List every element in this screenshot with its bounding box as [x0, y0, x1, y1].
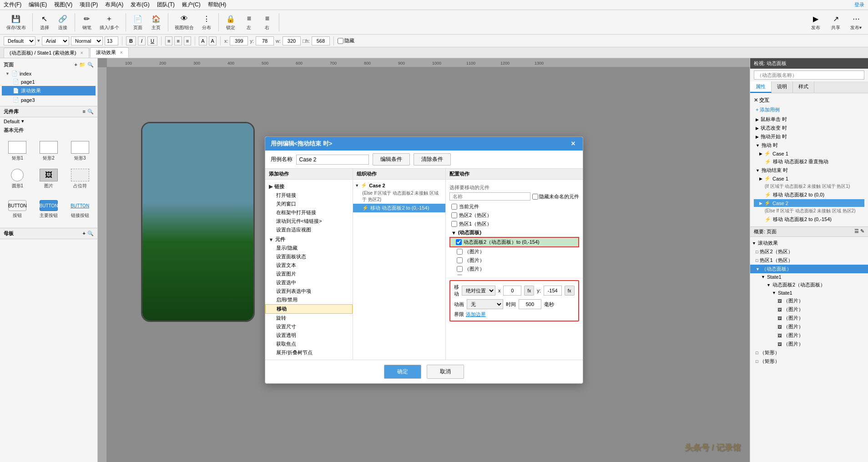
toolbar-select[interactable]: ↖ 选择 [36, 12, 53, 32]
lib-image[interactable]: 🖼 图片 [35, 167, 63, 191]
fx-y-button[interactable]: fx [565, 286, 575, 296]
mother-search-icon[interactable]: 🔍 [87, 231, 94, 236]
action-show-hide[interactable]: 显示/隐藏 [265, 244, 353, 252]
right-tab-style[interactable]: 样式 [793, 81, 814, 93]
event-drag-end[interactable]: ▼ 拖动结束 时 [754, 166, 864, 175]
add-page-icon[interactable]: + [75, 62, 77, 68]
tab-scroll[interactable]: 滚动效果 × [90, 47, 129, 58]
toolbar-save[interactable]: 💾 保存/发布 [4, 12, 29, 32]
toolbar-publish-btn[interactable]: ▶ 发布 [807, 12, 824, 32]
toolbar-connect[interactable]: 🔗 连接 [55, 12, 71, 32]
h-input[interactable] [312, 36, 330, 45]
position-type-select[interactable]: 绝对位置 [462, 286, 495, 296]
font-size-input[interactable] [105, 36, 118, 45]
menu-edit[interactable]: 编辑(E) [29, 1, 47, 9]
scroll-effect-root[interactable]: ▼ 滚动效果 [750, 239, 868, 247]
style-select[interactable]: Normal [71, 36, 103, 45]
action-expand-tree[interactable]: 展开/折叠树节点 [265, 348, 353, 357]
action-move[interactable]: 移动 [265, 304, 353, 314]
img2-checkbox[interactable] [457, 257, 463, 263]
move-action-item[interactable]: ⚡ 移动 动态面板2 to (0,-154) [353, 204, 445, 212]
dp2-checkbox[interactable] [456, 239, 462, 245]
x-move-input[interactable] [503, 286, 521, 296]
action-open-link[interactable]: 打开链接 [265, 191, 353, 200]
tree-img2[interactable]: 🖼 （图片） [750, 305, 868, 314]
tab-state1[interactable]: (动态面板) / State1 (索动效果) × [4, 48, 89, 58]
right-tab-property[interactable]: 属性 [750, 81, 772, 93]
lib-search-icon[interactable]: 🔍 [87, 109, 94, 115]
menu-team[interactable]: 团队(T) [157, 1, 175, 9]
event-drag-start[interactable]: ▶ 拖动开始 时 [754, 132, 864, 141]
drag-end-case2-move[interactable]: ⚡ 移动 动态面板2 to (0,-154) [754, 215, 864, 224]
lib-rect1[interactable]: 矩形1 [4, 139, 31, 163]
hidden-checkbox[interactable] [338, 36, 343, 45]
action-set-opacity[interactable]: 设置透明 [265, 331, 353, 340]
toolbar-page[interactable]: 📄 页面 [130, 12, 146, 32]
overview-icons[interactable]: ☰ ✎ [854, 228, 864, 235]
drag-case1[interactable]: ▶ ⚡ Case 1 [754, 150, 864, 157]
action-set-list[interactable]: 设置列表选中项 [265, 287, 353, 296]
toolbar-home[interactable]: 🏠 主页 [148, 12, 164, 32]
tree-img1[interactable]: 🖼 （图片） [750, 296, 868, 305]
menu-account[interactable]: 账户(C) [182, 1, 201, 9]
action-set-selected[interactable]: 设置选中 [265, 278, 353, 287]
edit-condition-button[interactable]: 编辑条件 [373, 153, 410, 166]
tree-img3[interactable]: 🖼 （图片） [750, 314, 868, 322]
zone1-checkbox[interactable] [451, 221, 457, 227]
toolbar-lock[interactable]: 🔒 锁定 [222, 12, 239, 32]
add-boundary-link[interactable]: 添加边界 [466, 311, 486, 318]
hot2-item[interactable]: □ 热区2（热区） [750, 247, 868, 256]
y-input[interactable] [256, 36, 274, 45]
tree-img4[interactable]: 🖼 （图片） [750, 322, 868, 331]
menu-publish[interactable]: 发布(G) [131, 1, 149, 9]
page-page1[interactable]: 📄 page1 [2, 77, 96, 86]
bold-button[interactable]: B [126, 36, 136, 45]
lib-primary-btn[interactable]: BUTTON 主要按钮 [35, 198, 63, 221]
cancel-button[interactable]: 取消 [427, 365, 464, 379]
img1-item[interactable]: （图片） [449, 247, 579, 256]
img2-item[interactable]: （图片） [449, 256, 579, 265]
drag-end-case1[interactable]: ▶ ⚡ Case 1 [754, 175, 864, 182]
dp2-item[interactable]: 动态面板2（动态面板）to (0,-154) [449, 237, 579, 247]
zone2-checkbox[interactable] [451, 212, 457, 218]
tree-rect1[interactable]: □ （矩形） [750, 348, 868, 357]
page-select[interactable]: Default [4, 36, 35, 45]
img3-checkbox[interactable] [457, 266, 463, 272]
dp2-state1-item[interactable]: ▼ State1 [750, 289, 868, 296]
dp2-tree-item[interactable]: ▼ 动态面板2（动态面板） [750, 281, 868, 289]
lib-circle[interactable]: 圆形1 [4, 167, 31, 191]
dp-group-tree-item[interactable]: ▼ （动态面板） [750, 265, 868, 273]
action-enable-disable[interactable]: 启用/禁用 [265, 296, 353, 304]
align-left-text-button[interactable]: ≡ [165, 36, 172, 45]
action-set-panel-state[interactable]: 设置面板状态 [265, 252, 353, 261]
zone1-item[interactable]: 热区1（热区） [449, 220, 579, 228]
menu-view[interactable]: 视图(V) [54, 1, 72, 9]
search-page-icon[interactable]: 🔍 [87, 62, 94, 68]
y-move-input[interactable] [544, 286, 562, 296]
w-input[interactable] [283, 36, 301, 45]
dialog-close-button[interactable]: × [569, 140, 577, 147]
lib-link-btn[interactable]: BUTTON 链接按钮 [66, 198, 94, 221]
time-input[interactable] [519, 299, 541, 309]
tree-img5[interactable]: 🖼 （图片） [750, 331, 868, 340]
img4-checkbox[interactable] [457, 275, 463, 275]
page-scroll-effect[interactable]: 📄 滚动效果 [2, 86, 96, 95]
text-color-button[interactable]: A [209, 36, 217, 45]
add-case-link[interactable]: + 添加用例 [754, 105, 864, 114]
action-set-size[interactable]: 设置尺寸 [265, 322, 353, 331]
event-drag[interactable]: ▼ 拖动 时 [754, 141, 864, 150]
panel-name-input[interactable] [754, 70, 864, 80]
event-mouse-click[interactable]: ▶ 鼠标单击 时 [754, 115, 864, 124]
align-right-text-button[interactable]: ≡ [184, 36, 191, 45]
align-center-text-button[interactable]: ≡ [174, 36, 182, 45]
action-open-in-frame[interactable]: 在框架中打开链接 [265, 208, 353, 217]
clear-condition-button[interactable]: 清除条件 [414, 153, 451, 166]
element-search-input[interactable] [449, 192, 530, 201]
fx-x-button[interactable]: fx [524, 286, 534, 296]
page-index[interactable]: ▼ 📄 index [2, 70, 96, 77]
img1-checkbox[interactable] [457, 249, 463, 255]
action-set-adaptive[interactable]: 设置自适应视图 [265, 226, 353, 234]
x-input[interactable] [230, 36, 248, 45]
italic-button[interactable]: I [138, 36, 146, 45]
action-get-focus[interactable]: 获取焦点 [265, 340, 353, 348]
